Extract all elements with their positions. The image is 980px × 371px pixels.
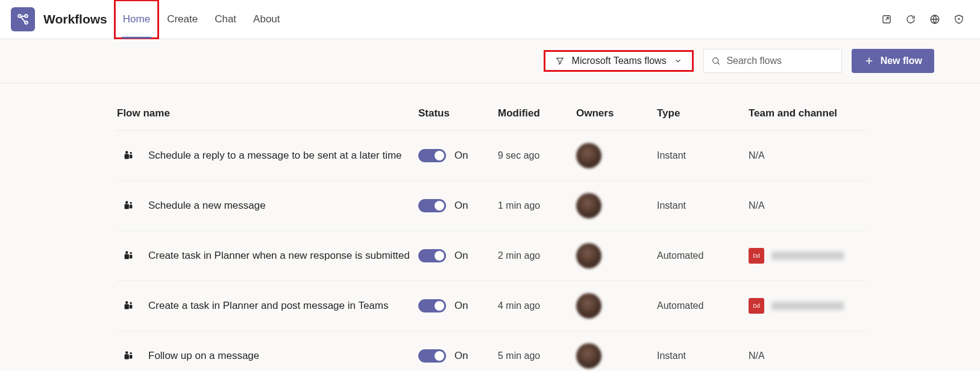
type-cell: Instant [657,200,749,211]
tab-about[interactable]: About [245,0,288,39]
shield-icon[interactable] [952,13,966,26]
flow-name: Create a task in Planner and post messag… [148,300,388,312]
flow-name: Create task in Planner when a new respon… [148,250,410,262]
header-tabs: Home Create Chat About [115,0,289,39]
owner-cell [576,143,657,168]
type-cell: Instant [657,150,749,161]
table-row[interactable]: Follow up on a messageOn5 min agoInstant… [117,331,865,371]
col-status: Status [418,107,498,119]
team-cell: Dd [749,298,865,314]
owner-cell [576,293,657,319]
table-row[interactable]: Create task in Planner when a new respon… [117,231,865,281]
status-cell: On [418,349,498,363]
flow-name-cell: Follow up on a message [117,349,418,363]
status-cell: On [418,249,498,262]
status-label: On [454,300,468,312]
col-modified: Modified [498,107,576,119]
owner-cell [576,243,657,268]
team-cell: N/A [749,350,865,361]
status-toggle[interactable] [418,249,446,262]
flow-name-cell: Create a task in Planner and post messag… [117,299,418,312]
refresh-icon[interactable] [904,13,917,26]
type-cell: Automated [657,250,749,261]
new-flow-button[interactable]: New flow [852,49,934,73]
header-actions [880,13,969,26]
status-toggle[interactable] [418,299,446,312]
avatar [576,143,602,168]
flow-name-cell: Create task in Planner when a new respon… [117,249,418,262]
app-title: Workflows [43,12,107,27]
status-toggle[interactable] [418,149,446,162]
flow-name: Schedule a reply to a message to be sent… [148,150,402,162]
svg-point-1 [25,14,28,17]
modified-cell: 9 sec ago [498,150,576,161]
team-name [771,252,844,260]
avatar [576,243,602,268]
svg-point-6 [712,58,718,63]
status-label: On [454,250,468,262]
team-cell: N/A [749,150,865,161]
team-badge: Dd [749,248,764,264]
status-label: On [454,350,468,362]
flow-name: Follow up on a message [148,350,259,362]
svg-point-5 [958,18,960,19]
plus-icon [864,55,875,66]
open-external-icon[interactable] [880,13,893,26]
search-box[interactable] [703,49,842,73]
teams-icon [122,199,135,212]
modified-cell: 2 min ago [498,250,576,261]
search-input[interactable] [726,55,834,66]
avatar [576,193,602,218]
owner-cell [576,343,657,369]
flow-name: Schedule a new message [148,200,266,212]
col-owners: Owners [576,107,657,119]
status-toggle[interactable] [418,199,446,212]
filter-dropdown[interactable]: Microsoft Teams flows [544,50,694,72]
table-row[interactable]: Create a task in Planner and post messag… [117,281,865,331]
flow-name-cell: Schedule a new message [117,199,418,212]
status-cell: On [418,299,498,312]
modified-cell: 1 min ago [498,200,576,211]
status-cell: On [418,149,498,162]
team-cell: Dd [749,248,865,264]
chevron-down-icon [674,57,682,65]
app-icon [11,7,35,31]
type-cell: Automated [657,300,749,311]
tab-home[interactable]: Home [115,0,159,39]
modified-cell: 5 min ago [498,350,576,361]
status-cell: On [418,199,498,212]
col-team: Team and channel [749,107,865,119]
table-header: Flow name Status Modified Owners Type Te… [117,100,865,131]
app-header: Workflows Home Create Chat About [0,0,980,39]
avatar [576,343,602,369]
flow-name-cell: Schedule a reply to a message to be sent… [117,149,418,162]
type-cell: Instant [657,350,749,361]
teams-icon [122,149,135,162]
owner-cell [576,193,657,218]
col-type: Type [657,107,749,119]
team-cell: N/A [749,200,865,211]
status-label: On [454,150,468,162]
status-toggle[interactable] [418,349,446,363]
teams-icon [122,249,135,262]
toolbar: Microsoft Teams flows New flow [0,39,980,83]
avatar [576,293,602,319]
tab-chat[interactable]: Chat [206,0,245,39]
globe-icon[interactable] [928,13,941,26]
table-row[interactable]: Schedule a reply to a message to be sent… [117,131,865,181]
teams-icon [122,349,135,363]
team-name [771,302,844,310]
teams-icon [122,299,135,312]
team-badge: Dd [749,298,764,314]
col-flow-name: Flow name [117,107,418,119]
status-label: On [454,200,468,212]
search-icon [711,55,721,66]
filter-icon [555,56,565,66]
table-row[interactable]: Schedule a new messageOn1 min agoInstant… [117,181,865,231]
new-flow-label: New flow [881,55,922,66]
flows-table: Flow name Status Modified Owners Type Te… [0,83,980,371]
tab-create[interactable]: Create [159,0,206,39]
filter-label: Microsoft Teams flows [572,55,667,66]
modified-cell: 4 min ago [498,300,576,311]
